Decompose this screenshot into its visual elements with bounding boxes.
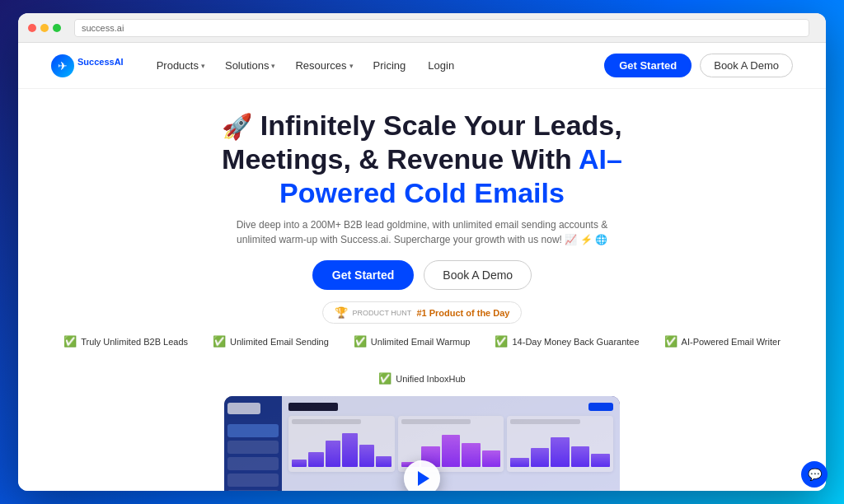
logo-icon: ✈	[51, 54, 74, 77]
bar-15	[571, 446, 590, 467]
hero-buttons: Get Started Book A Demo	[312, 260, 532, 290]
product-hunt-icon: 🏆	[335, 306, 348, 319]
play-icon	[418, 471, 429, 486]
nav-links: Products Solutions Resources Pricing Log…	[157, 59, 604, 72]
bar-16	[591, 454, 610, 467]
dash-cards-row	[288, 416, 613, 472]
chat-bubble[interactable]: 💬	[801, 461, 828, 488]
nav-products[interactable]: Products	[157, 59, 205, 72]
bar-3	[326, 441, 340, 467]
page-content: ✈ SuccessAI Products Solutions Resources…	[18, 43, 826, 491]
feature-label-6: Unified InboxHub	[396, 374, 465, 384]
bar-4	[342, 433, 357, 467]
check-icon-6: ✅	[378, 372, 392, 385]
hero-title-line2: Meetings, & Revenue With	[222, 143, 572, 175]
feature-label-3: Unlimited Email Warmup	[371, 337, 471, 347]
check-icon-1: ✅	[63, 335, 77, 348]
dash-sidebar	[224, 396, 282, 491]
hero-subtitle: Dive deep into a 200M+ B2B lead goldmine…	[232, 217, 612, 247]
feature-label-4: 14-Day Money Back Guarantee	[512, 337, 639, 347]
nav-book-demo-button[interactable]: Book A Demo	[700, 54, 793, 77]
rocket-emoji: 🚀	[222, 113, 252, 140]
check-icon-5: ✅	[664, 335, 678, 348]
feature-3: ✅ Unlimited Email Warmup	[354, 335, 471, 348]
dash-page-title	[288, 403, 338, 411]
bar-1	[292, 460, 307, 467]
bar-14	[551, 437, 570, 468]
check-icon-2: ✅	[213, 335, 226, 348]
url-bar[interactable]: success.ai	[74, 19, 809, 37]
bar-5	[359, 445, 374, 468]
bar-11	[482, 450, 501, 468]
video-container[interactable]	[224, 396, 620, 491]
bar-2	[308, 452, 323, 467]
browser-chrome: success.ai	[18, 13, 826, 43]
minimize-dot[interactable]	[40, 24, 49, 32]
logo[interactable]: ✈ SuccessAI	[51, 54, 124, 77]
product-hunt-label: #1 Product of the Day	[416, 308, 509, 318]
browser-dots	[28, 24, 61, 32]
dash-header	[288, 403, 613, 411]
logo-text: SuccessAI	[77, 57, 124, 73]
dash-card-title-1	[292, 419, 361, 424]
feature-4: ✅ 14-Day Money Back Guarantee	[495, 335, 639, 348]
feature-label-5: AI-Powered Email Writer	[682, 337, 781, 347]
hero-section: 🚀 Infinitely Scale Your Leads, Meetings,…	[18, 89, 826, 491]
check-icon-4: ✅	[495, 335, 508, 348]
nav-solutions[interactable]: Solutions	[225, 59, 275, 72]
nav-actions: Get Started Book A Demo	[604, 54, 793, 77]
close-dot[interactable]	[28, 24, 36, 32]
bar-12	[510, 458, 529, 468]
nav-login[interactable]: Login	[428, 59, 457, 72]
navbar: ✈ SuccessAI Products Solutions Resources…	[18, 43, 826, 89]
url-text: success.ai	[82, 23, 124, 33]
dash-sidebar-campaigns	[227, 424, 279, 437]
hero-book-demo-button[interactable]: Book A Demo	[424, 260, 532, 290]
dash-sidebar-item-2	[227, 457, 279, 470]
dash-logo	[227, 403, 260, 414]
dash-card-title-2	[401, 419, 471, 424]
dash-action-btn	[588, 403, 613, 411]
feature-label-2: Unlimited Email Sending	[230, 337, 329, 347]
dash-sidebar-item-1	[227, 441, 279, 454]
feature-label-1: Truly Unlimited B2B Leads	[81, 337, 188, 347]
dash-card-1	[288, 416, 395, 472]
hero-title: 🚀 Infinitely Scale Your Leads, Meetings,…	[166, 109, 678, 209]
dash-card-3	[507, 416, 613, 472]
feature-5: ✅ AI-Powered Email Writer	[664, 335, 781, 348]
features-row: ✅ Truly Unlimited B2B Leads ✅ Unlimited …	[51, 335, 793, 385]
nav-get-started-button[interactable]: Get Started	[604, 54, 692, 77]
bar-6	[376, 456, 391, 468]
hero-title-line1: Infinitely Scale Your Leads,	[260, 110, 622, 141]
browser-window: success.ai ✈ SuccessAI Products Solution…	[18, 13, 826, 491]
chat-icon: 💬	[808, 468, 822, 481]
bar-10	[462, 443, 481, 468]
dash-sidebar-item-3	[227, 474, 279, 487]
play-button[interactable]	[404, 460, 440, 491]
nav-resources[interactable]: Resources	[295, 59, 353, 72]
bar-9	[442, 435, 461, 467]
bar-13	[531, 448, 550, 467]
fullscreen-dot[interactable]	[53, 24, 61, 32]
hero-get-started-button[interactable]: Get Started	[312, 260, 414, 290]
product-hunt-prefix: PRODUCT HUNT	[353, 309, 412, 317]
feature-2: ✅ Unlimited Email Sending	[213, 335, 329, 348]
dash-main	[282, 396, 620, 491]
feature-6: ✅ Unified InboxHub	[378, 372, 465, 385]
dash-card-title-3	[510, 419, 579, 424]
product-hunt-badge: 🏆 PRODUCT HUNT #1 Product of the Day	[322, 301, 523, 324]
feature-1: ✅ Truly Unlimited B2B Leads	[63, 335, 188, 348]
dash-chart-3	[510, 427, 610, 469]
dash-chart-1	[292, 427, 392, 469]
dash-sidebar-item-4	[227, 490, 279, 491]
check-icon-3: ✅	[354, 335, 367, 348]
nav-pricing[interactable]: Pricing	[373, 59, 409, 72]
